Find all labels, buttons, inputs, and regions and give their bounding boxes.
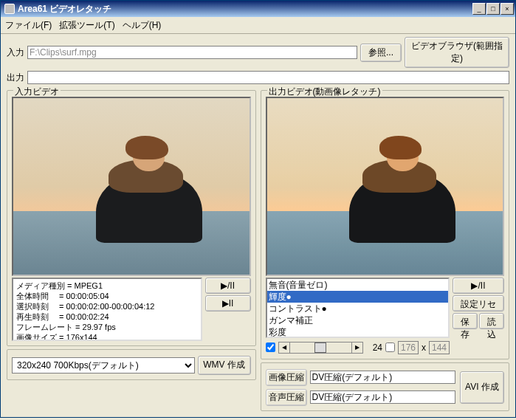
avi-group: 画像圧縮 音声圧縮 AVI 作成	[261, 362, 510, 411]
wmv-create-button[interactable]: WMV 作成	[198, 356, 251, 375]
effect-item[interactable]: 無音(音量ゼロ)	[267, 279, 449, 291]
input-video-group: 入力ビデオ メディア種別 = MPEG1 全体時間 = 00:00:05:04 …	[7, 90, 256, 346]
input-video-preview	[12, 97, 251, 276]
effect-item[interactable]: 彩度	[267, 326, 449, 338]
reset-settings-button[interactable]: 設定リセット	[453, 295, 504, 311]
effect-item[interactable]: ガンマ補正	[267, 314, 449, 326]
input-metadata: メディア種別 = MPEG1 全体時間 = 00:00:05:04 選択時刻 =…	[12, 278, 202, 341]
play-pause-button[interactable]: ▶/II	[205, 278, 251, 294]
slider-value: 24	[366, 342, 382, 353]
step-frame-button[interactable]: ▶II	[205, 295, 251, 311]
minimize-button[interactable]: _	[472, 3, 486, 15]
load-settings-button[interactable]: 読込	[479, 313, 504, 329]
menu-help[interactable]: ヘルプ(H)	[123, 19, 162, 32]
slider-right-arrow-icon[interactable]: ▶	[351, 342, 363, 354]
menu-file[interactable]: ファイル(F)	[5, 19, 52, 32]
wmv-group: 320x240 700Kbps(デフォルト) WMV 作成	[7, 349, 256, 380]
app-icon	[4, 4, 15, 14]
dim-x-label: x	[422, 342, 426, 353]
image-compress-value[interactable]	[310, 371, 456, 384]
audio-compress-button[interactable]: 音声圧縮	[266, 389, 307, 406]
save-settings-button[interactable]: 保存	[453, 313, 478, 329]
input-path-field[interactable]	[27, 46, 357, 59]
slider-thumb[interactable]	[314, 342, 326, 353]
resize-width-field[interactable]	[398, 341, 419, 354]
video-browser-button[interactable]: ビデオブラウザ(範囲指定)	[405, 37, 509, 68]
effect-slider[interactable]: ◀ ▶	[278, 342, 364, 354]
window-title: Area61 ビデオレタッチ	[18, 3, 111, 16]
input-label: 入力	[7, 47, 24, 59]
avi-create-button[interactable]: AVI 作成	[460, 371, 504, 404]
menubar: ファイル(F) 拡張ツール(T) ヘルプ(H)	[1, 17, 515, 34]
wmv-preset-select[interactable]: 320x240 700Kbps(デフォルト)	[12, 357, 195, 373]
output-path-field[interactable]	[27, 71, 509, 84]
close-button[interactable]: ×	[500, 3, 514, 15]
titlebar: Area61 ビデオレタッチ _ □ ×	[1, 1, 515, 17]
audio-compress-value[interactable]	[310, 390, 456, 404]
image-compress-button[interactable]: 画像圧縮	[266, 369, 307, 386]
effect-item-selected[interactable]: 輝度●	[267, 291, 449, 303]
slider-left-arrow-icon[interactable]: ◀	[278, 342, 290, 354]
browse-button[interactable]: 参照...	[360, 44, 402, 62]
menu-ext-tools[interactable]: 拡張ツール(T)	[59, 19, 114, 32]
maximize-button[interactable]: □	[486, 3, 500, 15]
resize-height-field[interactable]	[429, 341, 450, 354]
output-video-group: 出力ビデオ(動画像レタッチ) 無音(音量ゼロ) 輝度●	[261, 90, 510, 359]
effects-list[interactable]: 無音(音量ゼロ) 輝度● コントラスト● ガンマ補正 彩度 2値化	[266, 278, 450, 338]
output-play-pause-button[interactable]: ▶/II	[453, 278, 504, 294]
resize-enable-checkbox[interactable]	[385, 342, 395, 352]
effect-enable-checkbox[interactable]	[266, 342, 275, 352]
output-video-preview	[266, 97, 505, 276]
effect-item[interactable]: コントラスト●	[267, 303, 449, 314]
output-label: 出力	[7, 72, 24, 84]
